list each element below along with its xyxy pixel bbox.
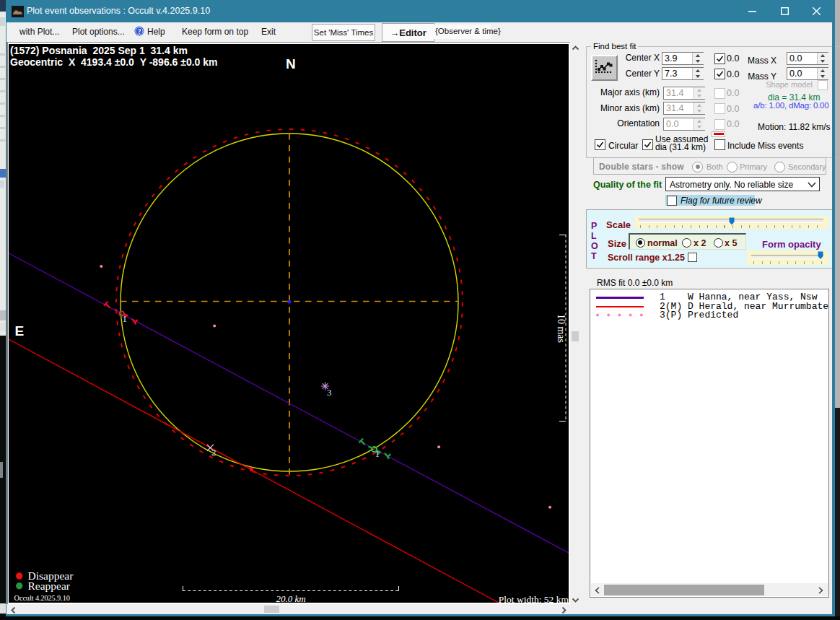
svg-text:Geocentric X 4193.4 ±0.0 Y: Geocentric X 4193.4 ±0.0 Y -896.6 ±0.0 k…	[10, 56, 218, 68]
svg-text:Reappear: Reappear	[28, 580, 71, 592]
svg-text:2: 2	[211, 447, 216, 458]
svg-text:3: 3	[327, 387, 332, 398]
svg-text:N: N	[286, 56, 296, 71]
svg-text:?: ?	[138, 28, 141, 35]
svg-text:E: E	[15, 323, 25, 339]
svg-text:20.0 km: 20.0 km	[276, 593, 305, 603]
svg-text:1: 1	[375, 448, 380, 459]
svg-text:Occult 4.2025.9.10: Occult 4.2025.9.10	[14, 594, 70, 602]
svg-text:10 mas: 10 mas	[556, 314, 566, 343]
svg-text:(1572) Posnania 2025 Sep 1 3: (1572) Posnania 2025 Sep 1 31.4 km	[10, 45, 188, 56]
svg-text:Plot width: 52 km: Plot width: 52 km	[499, 594, 569, 603]
svg-text:1: 1	[123, 313, 128, 324]
